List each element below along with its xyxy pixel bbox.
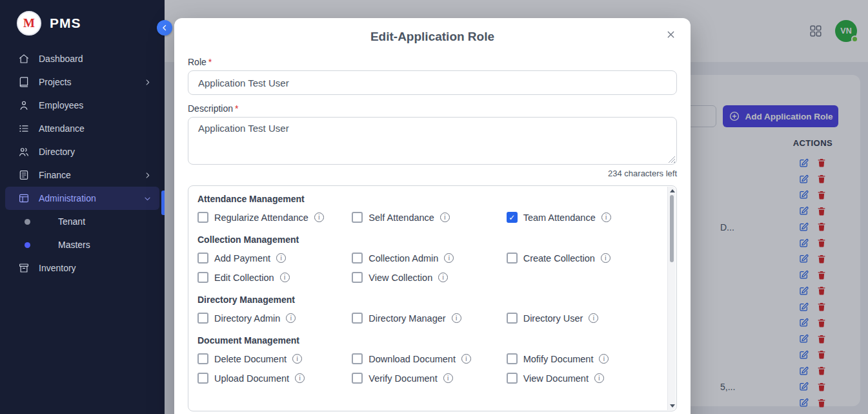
info-icon[interactable]: i: [594, 373, 604, 383]
app-name: PMS: [50, 16, 81, 31]
permission-grid: Add Payment i Collection Admin i Create …: [197, 253, 661, 283]
info-icon[interactable]: i: [599, 354, 609, 364]
permission-item[interactable]: Team Attendance i: [507, 212, 661, 223]
permission-label: Download Document: [368, 354, 456, 364]
checkbox-icon[interactable]: [197, 253, 208, 264]
sidebar-subitem-tenant[interactable]: Tenant: [5, 210, 159, 233]
edit-application-role-modal: Edit-Application Role Role* Description*…: [174, 18, 691, 414]
sidebar-item-directory[interactable]: Directory: [5, 140, 159, 163]
permission-label: Create Collection: [523, 253, 595, 264]
chevron-right-icon: [143, 171, 152, 180]
permission-item[interactable]: Directory Admin i: [197, 313, 352, 324]
permission-label: Verify Document: [368, 373, 437, 384]
permission-item[interactable]: Delete Document i: [197, 353, 352, 364]
modal-body: Role* Description* Application Test User…: [174, 57, 691, 411]
info-icon[interactable]: i: [286, 313, 296, 323]
info-icon[interactable]: i: [295, 373, 305, 383]
permission-label: Directory Manager: [368, 313, 445, 324]
permission-item[interactable]: Edit Collection i: [197, 272, 352, 283]
home-icon: [18, 53, 30, 65]
info-icon[interactable]: i: [452, 313, 461, 323]
checkbox-icon[interactable]: [507, 353, 518, 364]
permission-item[interactable]: Directory User i: [507, 313, 661, 324]
info-icon[interactable]: i: [601, 212, 611, 222]
permission-group-collection: Collection Management Add Payment i Coll…: [197, 234, 661, 283]
info-icon[interactable]: i: [280, 273, 290, 282]
permission-item[interactable]: Mofify Document i: [507, 353, 661, 364]
permission-group-title: Attendance Management: [197, 194, 661, 204]
checkbox-icon[interactable]: [507, 253, 518, 264]
book-icon: [18, 76, 30, 88]
checkbox-icon[interactable]: [352, 353, 363, 364]
permission-grid: Delete Document i Download Document i Mo…: [197, 353, 661, 384]
permission-label: Directory Admin: [214, 313, 280, 324]
sidebar-item-attendance[interactable]: Attendance: [5, 117, 159, 140]
sidebar-subitem-label: Masters: [58, 240, 90, 250]
info-icon[interactable]: i: [461, 354, 471, 364]
info-icon[interactable]: i: [276, 253, 286, 263]
sidebar-item-administration[interactable]: Administration: [5, 187, 159, 210]
permission-item[interactable]: Directory Manager i: [352, 313, 506, 324]
permission-item[interactable]: View Collection i: [352, 272, 506, 283]
sidebar-item-label: Employees: [39, 100, 83, 110]
permission-item[interactable]: Regularize Attendance i: [197, 212, 352, 223]
sidebar-subitem-masters[interactable]: Masters: [5, 233, 159, 256]
checkbox-icon[interactable]: [352, 373, 363, 384]
sidebar-item-label: Dashboard: [39, 54, 83, 64]
checkbox-icon[interactable]: [197, 313, 208, 324]
sidebar-item-finance[interactable]: Finance: [5, 163, 159, 187]
checkbox-icon[interactable]: [197, 353, 208, 364]
checkbox-icon[interactable]: [507, 313, 518, 324]
checkbox-icon[interactable]: [352, 313, 363, 324]
close-icon[interactable]: [663, 26, 679, 43]
sidebar-collapse-button[interactable]: [157, 20, 172, 36]
sidebar-item-label: Finance: [39, 170, 71, 180]
description-textarea[interactable]: Application Test User: [188, 117, 677, 165]
info-icon[interactable]: i: [444, 253, 454, 263]
info-icon[interactable]: i: [292, 354, 302, 364]
checkbox-icon[interactable]: [507, 212, 518, 223]
permission-item[interactable]: View Document i: [507, 373, 661, 384]
sidebar-item-label: Directory: [39, 147, 75, 157]
permission-group-attendance: Attendance Management Regularize Attenda…: [197, 194, 661, 223]
info-icon[interactable]: i: [443, 373, 453, 383]
scroll-down-arrow-icon[interactable]: [670, 404, 675, 408]
screen: M PMS Dashboard Projects Employees Atten…: [0, 0, 868, 414]
permission-item[interactable]: Add Payment i: [197, 253, 352, 264]
checkbox-icon[interactable]: [197, 212, 208, 223]
permission-item[interactable]: Collection Admin i: [352, 253, 506, 264]
permission-label: View Document: [523, 373, 589, 384]
permission-item[interactable]: Create Collection i: [507, 253, 661, 264]
permission-label: Edit Collection: [214, 273, 274, 283]
checkbox-icon[interactable]: [197, 272, 208, 283]
permission-group-directory: Directory Management Directory Admin i D…: [197, 295, 661, 324]
permission-item[interactable]: Download Document i: [352, 353, 506, 364]
scrollbar-thumb[interactable]: [670, 195, 674, 262]
info-icon[interactable]: i: [601, 253, 611, 263]
permission-item[interactable]: Upload Document i: [197, 373, 352, 384]
info-icon[interactable]: i: [438, 273, 448, 282]
checkbox-icon[interactable]: [352, 253, 363, 264]
scrollbar[interactable]: [667, 187, 676, 410]
sidebar-item-employees[interactable]: Employees: [5, 94, 159, 117]
permission-grid: Regularize Attendance i Self Attendance …: [197, 212, 661, 223]
checkbox-icon[interactable]: [507, 373, 518, 384]
sidebar-item-projects[interactable]: Projects: [5, 70, 159, 94]
checkbox-icon[interactable]: [352, 212, 363, 223]
role-input[interactable]: [188, 70, 677, 95]
info-icon[interactable]: i: [440, 212, 450, 222]
info-icon[interactable]: i: [314, 212, 324, 222]
list-icon: [18, 123, 30, 134]
scroll-up-arrow-icon[interactable]: [670, 189, 675, 192]
permission-item[interactable]: Self Attendance i: [352, 212, 506, 223]
panel-icon: [18, 192, 30, 204]
checkbox-icon[interactable]: [352, 272, 363, 283]
info-icon[interactable]: i: [589, 313, 598, 323]
description-textarea-wrap: Application Test User: [188, 117, 677, 165]
sidebar-item-inventory[interactable]: Inventory: [5, 256, 159, 280]
permission-item[interactable]: Verify Document i: [352, 373, 506, 384]
permission-label: Collection Admin: [368, 253, 438, 264]
sidebar-item-dashboard[interactable]: Dashboard: [5, 47, 159, 70]
role-label-text: Role: [188, 57, 207, 67]
checkbox-icon[interactable]: [197, 373, 208, 384]
